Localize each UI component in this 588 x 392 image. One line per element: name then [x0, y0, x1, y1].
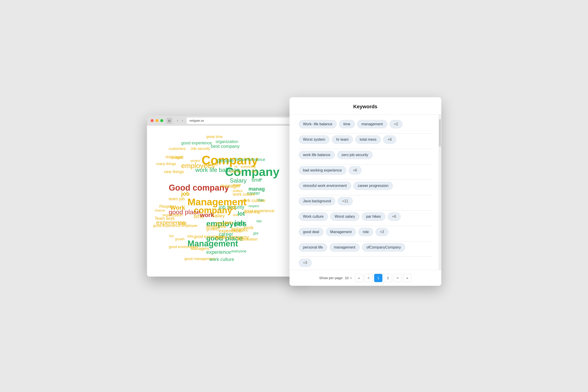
keyword-tag[interactable]: +3	[299, 259, 312, 267]
pagination-next-button[interactable]: >	[394, 274, 402, 282]
word-cloud-word[interactable]: Tori	[169, 234, 174, 238]
word-cloud-word[interactable]: growth	[206, 227, 219, 232]
scrollbar[interactable]	[438, 114, 441, 270]
word-cloud-word[interactable]: best company	[211, 144, 240, 149]
word-cloud-word[interactable]: job	[181, 190, 190, 197]
keyword-tag[interactable]: management	[330, 243, 360, 252]
keyword-tag[interactable]: time	[339, 120, 354, 128]
word-cloud-word[interactable]: great experience employee	[153, 224, 198, 228]
word-cloud-word[interactable]: freshers	[231, 227, 245, 231]
keyword-tag[interactable]: management	[357, 120, 387, 128]
keyword-tag[interactable]: Worst system	[299, 136, 330, 144]
divider	[299, 195, 432, 195]
keyword-tag[interactable]: +11	[338, 197, 352, 205]
word-cloud-word[interactable]: work culture	[233, 192, 255, 197]
keyword-tag[interactable]: par hikes	[362, 212, 386, 221]
word-cloud-word[interactable]: project	[191, 159, 200, 162]
word-cloud-word[interactable]: Job security	[191, 147, 210, 151]
keyword-tag[interactable]: total mess	[355, 136, 381, 144]
word-cloud-word[interactable]: opp	[256, 219, 262, 223]
word-cloud-word[interactable]: Team work	[155, 216, 175, 221]
word-cloud-word[interactable]: process	[172, 156, 183, 160]
word-cloud-word[interactable]: skills	[225, 221, 233, 225]
sidebar-toggle-button[interactable]: ⊞	[166, 118, 172, 124]
keyword-tag[interactable]: Management	[326, 228, 356, 236]
word-cloud-word[interactable]: everyone	[231, 249, 246, 253]
forward-button[interactable]: ›	[181, 118, 184, 124]
chevron-down-icon: ∨	[350, 276, 352, 280]
word-cloud-word[interactable]: one	[233, 213, 238, 217]
word-cloud-word[interactable]: team	[233, 183, 241, 187]
keyword-tag[interactable]: work life balance	[299, 151, 335, 159]
word-cloud-word[interactable]: re	[260, 177, 262, 181]
pagination-last-button[interactable]: »	[403, 274, 412, 282]
word-cloud-word[interactable]: work	[200, 212, 214, 219]
minimize-button[interactable]	[156, 119, 158, 122]
word-cloud-word[interactable]: People	[159, 204, 172, 209]
word-cloud-word[interactable]: Good	[208, 162, 218, 167]
keyword-tag[interactable]: +2	[390, 120, 402, 128]
word-cloud-word[interactable]: great time	[206, 135, 222, 139]
show-per-page[interactable]: Show per page: 10 ∨	[319, 276, 352, 280]
word-cloud-word[interactable]: experience	[206, 249, 231, 255]
word-cloud-word[interactable]: Work	[170, 204, 185, 211]
word-cloud-word[interactable]: everything	[241, 165, 256, 168]
keyword-tag[interactable]: hr team	[332, 136, 353, 144]
keyword-tag[interactable]: Work- life balance	[299, 120, 337, 128]
word-cloud-word[interactable]: many things	[156, 162, 176, 166]
word-cloud-word[interactable]: growth	[175, 237, 185, 241]
close-button[interactable]	[150, 119, 154, 122]
word-cloud-word[interactable]: good experience	[181, 141, 212, 146]
pagination-first-button[interactable]: «	[355, 274, 363, 282]
keyword-tag[interactable]: ofCompanyCompany	[362, 243, 405, 252]
pagination-page-button[interactable]: 2	[384, 274, 392, 282]
keyword-tag[interactable]: Work culture	[299, 212, 328, 221]
keyword-tag[interactable]: +6	[348, 166, 362, 174]
keyword-tag[interactable]: personal life	[299, 243, 327, 252]
pagination-prev-button[interactable]: <	[364, 274, 373, 282]
keyword-tag[interactable]: bad working experience	[299, 166, 346, 174]
keyword-tag[interactable]: role	[358, 228, 373, 236]
keywords-scroll-area[interactable]: Work- life balancetimemanagement+2Worst …	[290, 114, 441, 270]
word-cloud-word[interactable]: chance	[230, 170, 242, 174]
word-cloud-word[interactable]: salary	[212, 213, 225, 218]
word-cloud-word[interactable]: work	[244, 225, 254, 230]
pagination-page-button[interactable]: 1	[374, 274, 382, 282]
word-cloud-word[interactable]: work culture	[210, 257, 234, 262]
keyword-tag[interactable]: +3	[376, 228, 388, 236]
keyword-group: Worst systemhr teamtotal mess+6	[299, 136, 432, 144]
word-cloud-word[interactable]: job	[234, 219, 245, 227]
back-button[interactable]: ‹	[176, 118, 179, 124]
word-cloud-word[interactable]: day	[252, 170, 257, 173]
scrollbar-thumb[interactable]	[439, 119, 441, 147]
pagination: «<12>»	[355, 274, 412, 282]
word-cloud-word[interactable]: respect	[248, 204, 259, 208]
word-cloud-word[interactable]: team job	[169, 196, 185, 202]
word-cloud-word[interactable]: manag	[248, 186, 265, 192]
word-cloud-word[interactable]: Good company	[169, 183, 229, 193]
word-cloud-word[interactable]: Hr	[234, 165, 238, 168]
word-cloud-word[interactable]: Learning	[245, 210, 260, 214]
keyword-tag[interactable]: stressful work environment	[299, 182, 351, 190]
word-cloud-word[interactable]: Teleperformance	[234, 157, 265, 162]
word-cloud-word[interactable]: lots	[188, 234, 193, 238]
keyword-tag[interactable]: good deal	[299, 228, 324, 236]
keyword-tag[interactable]: +6	[388, 212, 400, 221]
word-cloud-word[interactable]: chance	[155, 208, 165, 212]
keyword-tags: bad working experience+6	[299, 166, 432, 174]
word-cloud-word[interactable]: organization	[216, 139, 238, 144]
fullscreen-button[interactable]	[160, 119, 163, 122]
keyword-tag[interactable]: zero job security	[337, 151, 373, 159]
word-cloud-word[interactable]: lot	[228, 204, 236, 212]
keyword-tag[interactable]: Java background	[299, 197, 336, 205]
keyword-tag[interactable]: +6	[383, 136, 396, 144]
word-cloud-word[interactable]: new things	[164, 170, 184, 174]
word-cloud-word[interactable]: customers	[169, 147, 186, 151]
word-cloud-word[interactable]: people	[217, 157, 234, 164]
word-cloud-word[interactable]: day	[258, 198, 264, 202]
address-bar[interactable]: netigate.se	[187, 118, 300, 124]
keyword-tag[interactable]: career progression	[354, 182, 393, 190]
word-cloud-word[interactable]: gre	[253, 231, 258, 236]
word-cloud-word[interactable]: good company	[216, 234, 249, 240]
keyword-tag[interactable]: Worst salary	[330, 212, 360, 221]
